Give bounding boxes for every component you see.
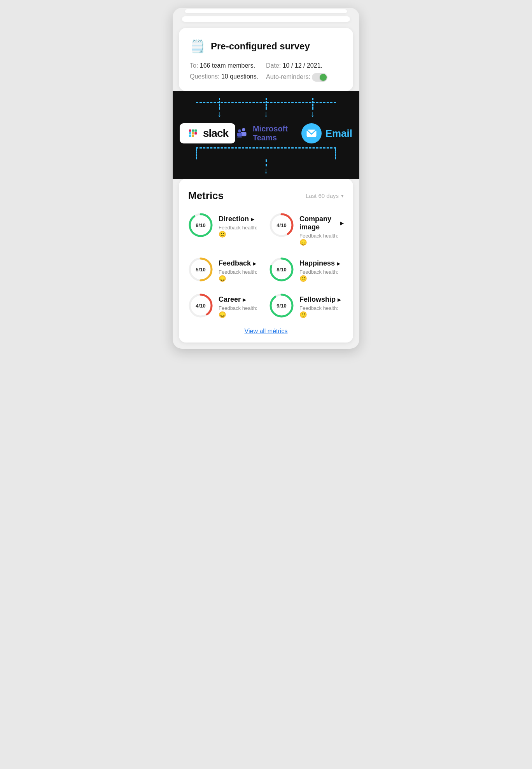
metric-name-2: Feedback bbox=[219, 259, 251, 267]
metric-item-career[interactable]: 4/10 Career ▶ Feedback health: 😞 bbox=[188, 293, 263, 318]
metric-nav-arrow-5[interactable]: ▶ bbox=[338, 297, 341, 302]
email-label: Email bbox=[326, 128, 352, 140]
survey-icon: 🗒️ bbox=[190, 39, 205, 54]
metric-health-0: Feedback health: 🙂 bbox=[219, 225, 263, 238]
health-emoji-3: 🙂 bbox=[299, 275, 307, 282]
metric-score-0: 9/10 bbox=[196, 222, 205, 228]
metrics-period-label: Last 60 days bbox=[306, 192, 339, 199]
metric-ring-4: 4/10 bbox=[188, 293, 213, 318]
svg-point-11 bbox=[238, 129, 241, 133]
phone-container: 🗒️ Pre-configured survey To: 166 team me… bbox=[173, 8, 359, 349]
top-arrows-row: ↓ ↓ ↓ bbox=[173, 91, 359, 118]
survey-reminders: Auto-reminders: bbox=[266, 73, 342, 82]
metric-health-4: Feedback health: 😞 bbox=[219, 305, 263, 318]
metric-name-row-4: Career ▶ bbox=[219, 295, 263, 304]
metric-health-2: Feedback health: 😞 bbox=[219, 269, 263, 282]
metric-info-2: Feedback ▶ Feedback health: 😞 bbox=[219, 257, 263, 282]
arrow-col-teams: ↓ bbox=[264, 98, 268, 118]
metric-ring-3: 8/10 bbox=[269, 257, 294, 282]
metric-name-3: Happiness bbox=[299, 259, 335, 267]
email-icon bbox=[301, 123, 322, 143]
metric-info-5: Fellowship ▶ Feedback health: 🙂 bbox=[299, 293, 344, 318]
email-envelope-icon bbox=[306, 129, 317, 137]
metric-item-happiness[interactable]: 8/10 Happiness ▶ Feedback health: 🙂 bbox=[269, 257, 344, 282]
metric-item-company-image[interactable]: 4/10 Company image ▶ Feedback health: 😞 bbox=[269, 213, 344, 246]
metric-nav-arrow-0[interactable]: ▶ bbox=[251, 217, 254, 222]
metric-item-direction[interactable]: 9/10 Direction ▶ Feedback health: 🙂 bbox=[188, 213, 263, 246]
metric-name-4: Career bbox=[219, 295, 241, 304]
survey-card-bg2 bbox=[185, 9, 347, 13]
email-logo: Email bbox=[301, 123, 352, 143]
metric-name-row-0: Direction ▶ bbox=[219, 215, 263, 223]
arrow-down-email: ↓ bbox=[311, 110, 315, 118]
metrics-title: Metrics bbox=[188, 190, 224, 202]
bottom-center-arrow: ↓ bbox=[173, 159, 359, 175]
slack-icon bbox=[187, 127, 199, 140]
metric-nav-arrow-1[interactable]: ▶ bbox=[340, 220, 344, 226]
slack-logo: slack bbox=[180, 123, 235, 143]
metric-health-3: Feedback health: 🙂 bbox=[299, 269, 344, 282]
metric-nav-arrow-4[interactable]: ▶ bbox=[243, 297, 246, 302]
metric-ring-2: 5/10 bbox=[188, 257, 213, 282]
view-all-metrics-link[interactable]: View all métrics bbox=[245, 328, 288, 335]
svg-rect-5 bbox=[189, 135, 191, 137]
metric-info-3: Happiness ▶ Feedback health: 🙂 bbox=[299, 257, 344, 282]
metric-name-row-3: Happiness ▶ bbox=[299, 259, 344, 267]
metric-score-3: 8/10 bbox=[276, 267, 286, 273]
svg-rect-2 bbox=[189, 132, 191, 135]
metric-ring-5: 9/10 bbox=[269, 293, 294, 318]
svg-rect-1 bbox=[189, 129, 191, 132]
metrics-card: Metrics Last 60 days ▾ 9/10 Direction ▶ … bbox=[179, 179, 353, 343]
metric-info-4: Career ▶ Feedback health: 😞 bbox=[219, 293, 263, 318]
svg-rect-4 bbox=[192, 132, 194, 135]
metric-score-2: 5/10 bbox=[196, 267, 205, 273]
distribution-section: ↓ ↓ ↓ bbox=[173, 91, 359, 179]
svg-rect-13 bbox=[237, 136, 242, 138]
survey-date: Date: 10 / 12 / 2021. bbox=[266, 62, 342, 69]
metric-info-0: Direction ▶ Feedback health: 🙂 bbox=[219, 213, 263, 238]
health-emoji-0: 🙂 bbox=[219, 231, 226, 238]
arrow-col-email: ↓ bbox=[311, 98, 315, 118]
metric-name-0: Direction bbox=[219, 215, 249, 223]
arrow-col-slack: ↓ bbox=[217, 98, 222, 118]
metric-name-row-5: Fellowship ▶ bbox=[299, 295, 344, 304]
metric-item-fellowship[interactable]: 9/10 Fellowship ▶ Feedback health: 🙂 bbox=[269, 293, 344, 318]
slack-label: slack bbox=[203, 127, 228, 140]
metric-score-5: 9/10 bbox=[276, 303, 286, 309]
survey-card-bg1 bbox=[182, 16, 350, 22]
svg-point-9 bbox=[242, 128, 245, 131]
metric-ring-1: 4/10 bbox=[269, 213, 294, 238]
survey-title: Pre-configured survey bbox=[211, 41, 310, 52]
svg-rect-6 bbox=[194, 129, 197, 132]
chevron-down-icon: ▾ bbox=[341, 193, 344, 199]
metric-info-1: Company image ▶ Feedback health: 😞 bbox=[299, 213, 344, 246]
metric-nav-arrow-2[interactable]: ▶ bbox=[253, 261, 256, 266]
metric-nav-arrow-3[interactable]: ▶ bbox=[337, 261, 340, 266]
metric-name-row-2: Feedback ▶ bbox=[219, 259, 263, 267]
metric-name-5: Fellowship bbox=[299, 295, 336, 304]
metric-score-1: 4/10 bbox=[276, 222, 286, 228]
metric-score-4: 4/10 bbox=[196, 303, 205, 309]
arrow-down-teams: ↓ bbox=[264, 110, 268, 118]
metric-name-row-1: Company image ▶ bbox=[299, 215, 344, 231]
view-all-link[interactable]: View all métrics bbox=[188, 328, 344, 335]
survey-to: To: 166 team members. bbox=[190, 62, 266, 69]
metric-health-5: Feedback health: 🙂 bbox=[299, 305, 344, 318]
metrics-period-selector[interactable]: Last 60 days ▾ bbox=[306, 192, 344, 199]
svg-rect-12 bbox=[237, 133, 242, 136]
metric-name-1: Company image bbox=[299, 215, 338, 231]
metrics-grid: 9/10 Direction ▶ Feedback health: 🙂 4/10… bbox=[188, 213, 344, 318]
auto-reminders-toggle[interactable] bbox=[312, 73, 327, 82]
svg-rect-7 bbox=[194, 132, 197, 135]
health-emoji-4: 😞 bbox=[219, 311, 226, 318]
metric-ring-0: 9/10 bbox=[188, 213, 213, 238]
health-emoji-2: 😞 bbox=[219, 275, 226, 282]
logos-row: slack Microsoft Teams bbox=[173, 119, 359, 147]
svg-rect-8 bbox=[192, 135, 194, 137]
metric-item-feedback[interactable]: 5/10 Feedback ▶ Feedback health: 😞 bbox=[188, 257, 263, 282]
arrow-down-slack: ↓ bbox=[217, 110, 222, 118]
survey-card: 🗒️ Pre-configured survey To: 166 team me… bbox=[179, 28, 353, 91]
arrow-down-center: ↓ bbox=[264, 166, 268, 175]
metric-health-1: Feedback health: 😞 bbox=[299, 233, 344, 246]
svg-rect-3 bbox=[192, 129, 194, 132]
